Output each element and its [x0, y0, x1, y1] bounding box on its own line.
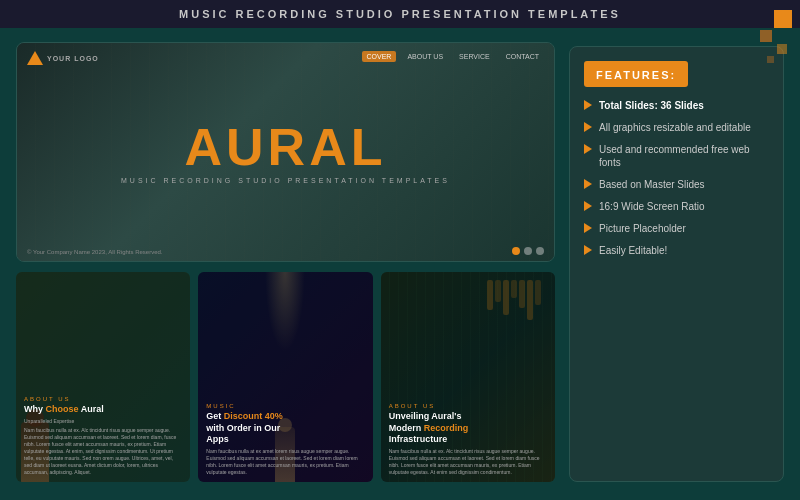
feature-arrow-icon-2	[584, 122, 592, 132]
card1-content: ABOUT US Why Choose Aural Unparalleled E…	[16, 390, 190, 482]
card2-highlight: Discount 40%	[224, 411, 283, 421]
feature-arrow-icon-5	[584, 201, 592, 211]
feature-text-5: 16:9 Wide Screen Ratio	[599, 200, 705, 213]
page-title-bar: MUSIC RECORDING STUDIO PRESENTATION TEMP…	[0, 0, 800, 28]
feature-item-4: Based on Master Slides	[584, 178, 769, 191]
preview-logo: YOUR LOGO	[27, 51, 99, 65]
feature-arrow-icon-3	[584, 144, 592, 154]
page-title: MUSIC RECORDING STUDIO PRESENTATION TEMP…	[179, 8, 621, 20]
card3-content: ABOUT US Unveiling Aural'sModern Recordi…	[381, 397, 555, 482]
feature-arrow-icon-6	[584, 223, 592, 233]
feature-arrow-icon-4	[584, 179, 592, 189]
feature-text-4: Based on Master Slides	[599, 178, 705, 191]
card1-subtext: Unparalleled Expertise	[24, 418, 182, 425]
feature-item-6: Picture Placeholder	[584, 222, 769, 235]
feature-item-2: All graphics resizable and editable	[584, 121, 769, 134]
card2-content: MUSIC Get Discount 40%with Order in OurA…	[198, 397, 372, 482]
card1-heading: Why Choose Aural	[24, 404, 182, 416]
aural-subtitle: MUSIC RECORDING STUDIO PRESENTATION TEMP…	[121, 177, 450, 184]
feature-text-6: Picture Placeholder	[599, 222, 686, 235]
feature-text-3: Used and recommended free web fonts	[599, 143, 769, 169]
preview-nav: COVER ABOUT US SERVICE CONTACT	[362, 51, 544, 62]
preview-inner: COVER ABOUT US SERVICE CONTACT YOUR LOGO…	[17, 43, 554, 261]
nav-service[interactable]: SERVICE	[454, 51, 495, 62]
feature-text-7: Easily Editable!	[599, 244, 667, 257]
dot-2	[524, 247, 532, 255]
feature-arrow-icon-7	[584, 245, 592, 255]
card2-heading: Get Discount 40%with Order in OurApps	[206, 411, 364, 446]
features-header-text: FEATURES:	[596, 69, 676, 81]
nav-contact[interactable]: CONTACT	[501, 51, 544, 62]
feature-item-5: 16:9 Wide Screen Ratio	[584, 200, 769, 213]
features-card: FEATURES: Total Slides: 36 Slides All gr…	[569, 46, 784, 482]
card3-label: ABOUT US	[389, 403, 547, 409]
nav-about[interactable]: ABOUT US	[402, 51, 448, 62]
nav-cover[interactable]: COVER	[362, 51, 397, 62]
feature-item-3: Used and recommended free web fonts	[584, 143, 769, 169]
card1-heading-highlight: Choose	[46, 404, 79, 414]
card3-heading: Unveiling Aural'sModern RecordingInfrast…	[389, 411, 547, 446]
feature-text-2: All graphics resizable and editable	[599, 121, 751, 134]
card-why-choose: ABOUT US Why Choose Aural Unparalleled E…	[16, 272, 190, 482]
card3-highlight: Recording	[424, 423, 469, 433]
right-section: FEATURES: Total Slides: 36 Slides All gr…	[569, 42, 784, 482]
dot-1	[512, 247, 520, 255]
feature-arrow-icon-1	[584, 100, 592, 110]
left-section: COVER ABOUT US SERVICE CONTACT YOUR LOGO…	[16, 42, 555, 482]
dot-3	[536, 247, 544, 255]
slide-indicators	[512, 247, 544, 255]
main-area: COVER ABOUT US SERVICE CONTACT YOUR LOGO…	[0, 28, 800, 496]
features-header-badge: FEATURES:	[584, 61, 688, 87]
card1-body: Nam faucibus nulla at ex. Alc tincidunt …	[24, 427, 182, 476]
card-infrastructure: ABOUT US Unveiling Aural'sModern Recordi…	[381, 272, 555, 482]
aural-title: AURAL	[185, 121, 387, 173]
logo-triangle-icon	[27, 51, 43, 65]
card2-label: MUSIC	[206, 403, 364, 409]
card2-body: Nam faucibus nulla at ex amet lorem risu…	[206, 448, 364, 476]
card1-label: ABOUT US	[24, 396, 182, 402]
card-discount: MUSIC Get Discount 40%with Order in OurA…	[198, 272, 372, 482]
logo-label: YOUR LOGO	[47, 55, 99, 62]
preview-footer: © Your Company Name 2023, All Rights Res…	[27, 249, 163, 255]
bottom-cards: ABOUT US Why Choose Aural Unparalleled E…	[16, 272, 555, 482]
feature-item-1: Total Slides: 36 Slides	[584, 99, 769, 112]
preview-card: COVER ABOUT US SERVICE CONTACT YOUR LOGO…	[16, 42, 555, 262]
feature-text-1: Total Slides: 36 Slides	[599, 99, 704, 112]
feature-item-7: Easily Editable!	[584, 244, 769, 257]
feature-bold-1: Total Slides: 36 Slides	[599, 100, 704, 111]
card3-body: Nam faucibus nulla at ex. Alc tincidunt …	[389, 448, 547, 476]
